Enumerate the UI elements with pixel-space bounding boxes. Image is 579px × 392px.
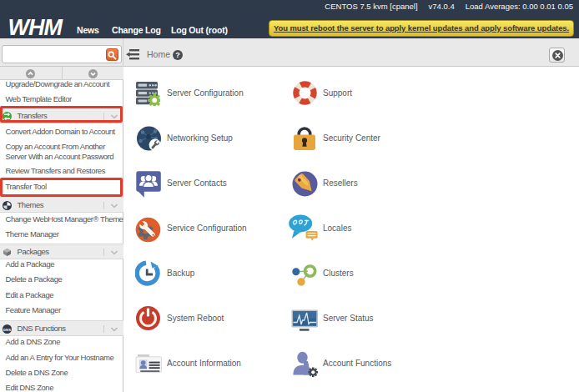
- svg-text:DNS: DNS: [3, 328, 11, 332]
